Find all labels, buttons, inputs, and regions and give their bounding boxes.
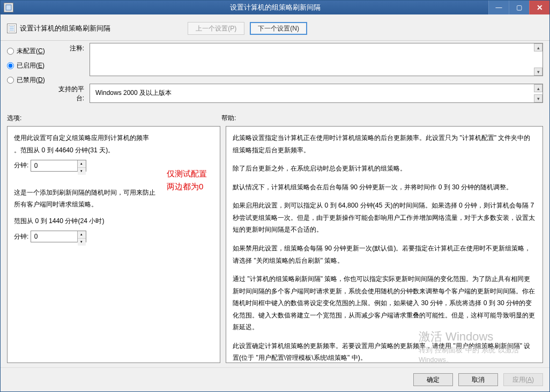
section-labels: 选项: 帮助: (1, 113, 549, 126)
app-icon (4, 3, 13, 12)
spin-down-icon[interactable]: ▾ (78, 239, 86, 246)
minutes-input-1[interactable] (31, 160, 77, 171)
minutes-spinner-2[interactable]: ▴▾ (31, 231, 86, 242)
scroll-down-icon[interactable]: ▾ (534, 94, 542, 102)
minutes-input-2[interactable] (31, 231, 77, 242)
window-title: 设置计算机的组策略刷新间隔 (230, 3, 321, 12)
platform-label: 支持的平台: (52, 84, 90, 103)
svg-rect-0 (6, 5, 11, 10)
options-text: 。范围从 0 到 44640 分钟(31 天)。 (14, 144, 213, 157)
help-text: 除了后台更新之外，在系统启动时总会更新计算机的组策略。 (233, 162, 536, 175)
minutes-spinner-1[interactable]: ▴▾ (31, 160, 86, 172)
help-text: 此策略设置指定当计算机正在使用时计算机组策略的后台更新频率。此设置只为 "计算机… (233, 132, 536, 156)
footer: 确定 取消 应用(A) (1, 367, 549, 391)
ok-button[interactable]: 确定 (413, 373, 453, 386)
cancel-button[interactable]: 取消 (458, 373, 498, 386)
options-pane: 使用此设置可自定义组策略应用到计算机的频率 。范围从 0 到 44640 分钟(… (7, 126, 220, 363)
comment-label: 注释: (52, 43, 90, 76)
supported-platform-box: Windows 2000 及以上版本 ▴ ▾ (90, 84, 543, 103)
radio-enabled-label: 已启用(E) (17, 61, 44, 70)
panels: 使用此设置可自定义组策略应用到计算机的频率 。范围从 0 到 44640 分钟(… (1, 126, 549, 367)
next-setting-button[interactable]: 下一个设置(N) (250, 22, 307, 35)
help-text: 通过 "计算机的组策略刷新间隔" 策略，你也可以指定实际更新时间间隔的变化范围。… (233, 273, 536, 334)
spin-down-icon[interactable]: ▾ (78, 168, 86, 175)
radio-enabled[interactable] (7, 62, 14, 69)
scroll-up-icon[interactable]: ▴ (534, 84, 542, 92)
help-text: 如果启用此设置，则可以指定从 0 到 64,800 分钟(45 天)的时间间隔。… (233, 199, 536, 236)
maximize-button[interactable]: ▢ (509, 1, 529, 14)
options-label: 选项: (7, 114, 221, 123)
config-area: 未配置(C) 已启用(E) 已禁用(D) 注释: ▴ ▾ 支持的平台: (1, 41, 549, 113)
red-annotation: 仅测试配置 两边都为0 (167, 167, 207, 193)
previous-setting-button[interactable]: 上一个设置(P) (188, 22, 244, 35)
options-text: 范围从 0 到 1440 分钟(24 小时) (14, 215, 213, 227)
options-text: 使用此设置可自定义组策略应用到计算机的频率 (14, 132, 213, 144)
scroll-up-icon[interactable]: ▴ (534, 43, 542, 51)
spin-up-icon[interactable]: ▴ (78, 160, 86, 168)
help-text: 如果禁用此设置，组策略会每隔 90 分钟更新一次(默认值)。若要指定在计算机正在… (233, 242, 536, 267)
radio-not-configured-label: 未配置(C) (17, 47, 45, 56)
help-text: 默认情况下，计算机组策略会在后台每隔 90 分钟更新一次，并将时间作 0 到 3… (233, 181, 536, 194)
policy-icon (7, 24, 17, 33)
minutes-label: 分钟: (14, 161, 28, 169)
platform-value: Windows 2000 及以上版本 (95, 89, 172, 97)
help-pane: 此策略设置指定当计算机正在使用时计算机组策略的后台更新频率。此设置只为 "计算机… (226, 126, 543, 363)
minutes-label: 分钟: (14, 233, 28, 240)
radio-not-configured[interactable] (7, 48, 14, 55)
toolbar: 设置计算机的组策略刷新间隔 上一个设置(P) 下一个设置(N) (1, 14, 549, 41)
titlebar: 设置计算机的组策略刷新间隔 — ▢ ✕ (1, 1, 549, 14)
window: 设置计算机的组策略刷新间隔 — ▢ ✕ 设置计算机的组策略刷新间隔 上一个设置(… (0, 0, 550, 392)
help-text: 此设置确定计算机组策略的更新频率。若要设置用户策略的更新频率，请使用 "用户的组… (233, 340, 536, 363)
close-button[interactable]: ✕ (529, 1, 549, 14)
scroll-down-icon[interactable]: ▾ (534, 68, 542, 76)
state-radios: 未配置(C) 已启用(E) 已禁用(D) (7, 43, 52, 103)
minimize-button[interactable]: — (488, 1, 509, 14)
apply-button[interactable]: 应用(A) (503, 373, 543, 386)
radio-disabled-label: 已禁用(D) (17, 76, 45, 85)
help-label: 帮助: (221, 114, 543, 123)
comment-textarea[interactable]: ▴ ▾ (90, 43, 543, 76)
spin-up-icon[interactable]: ▴ (78, 231, 86, 239)
window-controls: — ▢ ✕ (488, 1, 549, 14)
options-text: 所有客户端同时请求组策略。 (14, 198, 213, 211)
policy-name: 设置计算机的组策略刷新间隔 (20, 24, 110, 33)
radio-disabled[interactable] (7, 77, 14, 84)
